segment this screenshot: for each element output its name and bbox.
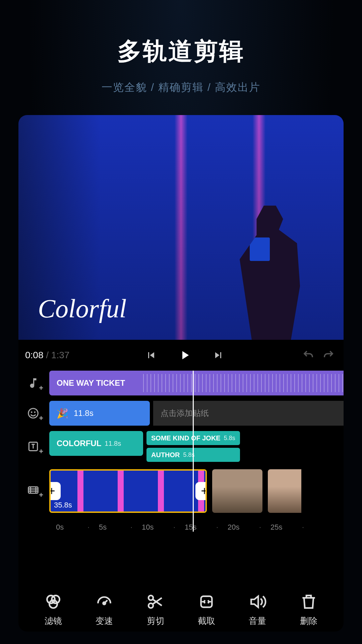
ruler-tick: 10s: [142, 523, 185, 532]
video-preview[interactable]: Colorful: [18, 115, 344, 340]
volume-button[interactable]: 音量: [239, 592, 276, 627]
sticker-duration: 11.8s: [74, 409, 94, 418]
sticker-placeholder[interactable]: 点击添加贴纸: [153, 401, 344, 426]
emoji-icon: [27, 407, 40, 420]
svg-point-1: [31, 411, 33, 413]
filter-button[interactable]: 滤镜: [35, 592, 72, 627]
prev-button[interactable]: [143, 347, 160, 364]
tool-label: 滤镜: [45, 615, 62, 627]
add-music-button[interactable]: +: [25, 375, 41, 391]
total-time: 1:37: [51, 350, 70, 360]
svg-point-9: [148, 595, 153, 600]
playhead[interactable]: [193, 371, 194, 532]
crop-icon: [197, 592, 216, 611]
redo-button[interactable]: [320, 347, 337, 364]
plus-icon: +: [39, 414, 43, 423]
promo-header: 多轨道剪辑 一览全貌 / 精确剪辑 / 高效出片: [0, 0, 362, 95]
music-track-row: + ONE WAY TICKET: [25, 371, 344, 395]
ruler-tick: 0s: [56, 523, 99, 532]
video-track-row: + + + 35.8s: [25, 467, 344, 513]
music-clip-label: ONE WAY TICKET: [57, 378, 125, 388]
skip-previous-icon: [145, 349, 157, 361]
clip-add-left[interactable]: +: [49, 482, 61, 500]
volume-icon: [248, 592, 267, 611]
tool-label: 截取: [198, 615, 215, 627]
ruler-tick: 15s: [185, 523, 228, 532]
svg-point-10: [148, 603, 153, 608]
timeline-ruler: 0s 5s 10s 15s 20s 25s: [25, 518, 344, 532]
current-time: 0:08: [25, 350, 44, 360]
play-button[interactable]: [176, 347, 193, 364]
add-text-button[interactable]: +: [25, 438, 41, 454]
speed-icon: [95, 592, 114, 611]
trash-icon: [299, 592, 318, 611]
clip-add-right[interactable]: +: [195, 482, 207, 500]
skip-next-icon: [212, 349, 224, 361]
bottom-toolbar: 滤镜 变速 剪切 截取 音量 删除: [18, 592, 344, 627]
video-editor: Colorful 0:08 / 1:37 +: [18, 115, 344, 632]
timeline-tracks: + ONE WAY TICKET + 🎉 11.8s 点击添加贴纸: [18, 371, 344, 532]
music-clip[interactable]: ONE WAY TICKET: [49, 371, 344, 395]
plus-icon: +: [39, 491, 43, 499]
undo-icon: [302, 349, 314, 361]
page-title: 多轨道剪辑: [0, 35, 362, 67]
sticker-track-row: + 🎉 11.8s 点击添加贴纸: [25, 401, 344, 426]
text-clip-duration: 11.8s: [105, 440, 121, 447]
text-clip-label: SOME KIND OF JOKE: [151, 434, 221, 442]
playback-controls: 0:08 / 1:37: [18, 340, 344, 371]
delete-button[interactable]: 删除: [290, 592, 327, 627]
video-clip[interactable]: [212, 469, 262, 513]
sticker-emoji: 🎉: [57, 408, 68, 419]
svg-rect-4: [28, 487, 38, 493]
cut-button[interactable]: 剪切: [137, 592, 174, 627]
crop-button[interactable]: 截取: [188, 592, 225, 627]
time-display: 0:08 / 1:37: [25, 350, 69, 361]
music-note-icon: [27, 377, 40, 389]
text-icon: [27, 440, 40, 453]
text-clip-label: AUTHOR: [151, 451, 180, 459]
undo-button[interactable]: [300, 347, 317, 364]
redo-icon: [322, 349, 335, 361]
text-clip-main[interactable]: COLORFUL 11.8s: [49, 431, 143, 456]
play-icon: [178, 348, 192, 362]
ruler-tick: 5s: [99, 523, 142, 532]
video-clip-selected[interactable]: + + 35.8s: [49, 469, 207, 513]
tool-label: 剪切: [147, 615, 164, 627]
add-video-button[interactable]: +: [25, 482, 41, 498]
time-separator: /: [46, 350, 49, 360]
tool-label: 音量: [249, 615, 266, 627]
next-button[interactable]: [210, 347, 227, 364]
tool-label: 删除: [300, 615, 317, 627]
svg-point-2: [34, 411, 36, 413]
text-clip-duration: 5.8s: [224, 435, 235, 442]
sticker-clip[interactable]: 🎉 11.8s: [49, 401, 150, 426]
video-clip-duration: 35.8s: [54, 501, 72, 509]
sticker-placeholder-text: 点击添加贴纸: [161, 408, 209, 419]
ruler-tick: 25s: [270, 523, 313, 532]
text-clip-label: COLORFUL: [57, 439, 101, 448]
scissors-icon: [146, 592, 165, 611]
video-clip[interactable]: [268, 469, 301, 513]
preview-text-overlay: Colorful: [38, 293, 126, 324]
ruler-tick: 20s: [228, 523, 270, 532]
plus-icon: +: [39, 384, 43, 392]
tool-label: 变速: [96, 615, 113, 627]
plus-icon: +: [39, 447, 43, 456]
svg-point-7: [49, 600, 57, 608]
text-track-row: + COLORFUL 11.8s SOME KIND OF JOKE 5.8s …: [25, 431, 344, 462]
svg-point-8: [103, 602, 106, 604]
speed-button[interactable]: 变速: [86, 592, 123, 627]
page-subtitle: 一览全貌 / 精确剪辑 / 高效出片: [0, 80, 362, 95]
add-sticker-button[interactable]: +: [25, 405, 41, 421]
svg-point-0: [28, 409, 38, 418]
filter-icon: [44, 592, 63, 611]
film-icon: [27, 484, 40, 496]
